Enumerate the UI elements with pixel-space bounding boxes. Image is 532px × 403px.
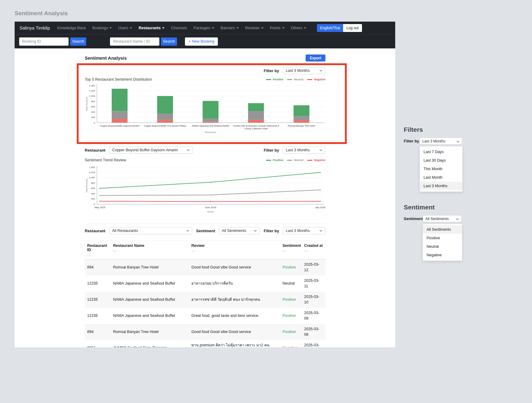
menu-option-last-month[interactable]: Last Month [420,173,462,182]
sentiment-distribution-chart: 02004006008001,0001,2001,400Total Review… [85,83,325,137]
svg-text:600: 600 [91,105,95,108]
filter-by-select-2[interactable]: Last 3 Months [283,146,325,154]
sort-icon[interactable]: ↑↓ [282,249,286,253]
chart1-legend: PositiveNeutralNegative [266,78,325,81]
menu-option-neutral[interactable]: Neutral [423,242,462,251]
chevron-down-icon [254,230,257,232]
nav-item-channels[interactable]: Channels [171,26,187,30]
filter-row-2: Restaurant Copper Beyond Buffet Gaysorn … [85,146,325,154]
menu-option-last-30-days[interactable]: Last 30 Days [420,156,462,165]
legend-swatch [307,79,312,80]
legend-swatch [287,160,292,161]
booking-search-button[interactable]: Search [70,37,86,46]
legend-label: Positive [273,159,283,162]
cell-sentiment: Negative [280,340,302,347]
svg-text:200: 200 [91,198,95,200]
sidebar-sentiment-select[interactable]: All Sentiments [423,215,462,222]
nav-item-knowledge-base[interactable]: Knowledge Base [57,26,86,30]
menu-option-last-3-months[interactable]: Last 3 Months [420,182,462,190]
svg-text:1,400: 1,400 [89,84,95,87]
sidebar-filter-by-select[interactable]: Last 3 Months [420,138,462,145]
svg-text:Restaurant: Restaurant [205,131,217,134]
filter-row-3: Restaurant All Restaurants Sentiment All… [85,227,325,234]
column-header-label: Sentiment [282,244,299,248]
menu-option-positive[interactable]: Positive [423,234,462,242]
legend-item-neutral: Neutral [287,78,303,81]
logout-button[interactable]: Log out [343,24,362,32]
cell-created-at: 2025-03-12 [302,259,325,276]
column-header-sentiment: Sentiment↑↓ [280,241,302,259]
filter-by-dropdown-menu: Last 7 DaysLast 30 DaysThis MonthLast Mo… [420,146,463,192]
table-row: 894Romsai Banyan Tree HotelGood food Goo… [85,324,325,340]
chevron-down-icon [304,27,306,29]
svg-text:800: 800 [91,100,95,103]
legend-label: Neutral [294,159,303,162]
sidebar-sentiment-value: All Sentiments [425,217,449,221]
legend-swatch [266,160,271,161]
restaurant-search-button[interactable]: Search [161,37,177,46]
nav-item-users[interactable]: Users [118,26,132,30]
menu-option-this-month[interactable]: This Month [420,165,462,173]
table-row: 12235NAMA Japanese and Seafood Buffetอาห… [85,292,325,308]
svg-text:600: 600 [91,187,95,190]
nav-links: Knowledge BaseBookingsUsersRestaurantsCh… [57,26,313,30]
chart2-title: Sentiment Trend Review [85,158,126,162]
chart1-header: Top 5 Restaurant Sentiment Distribution … [85,77,325,82]
brand-logo[interactable]: Salinya Timklip [20,25,50,30]
sort-icon[interactable]: ↑↓ [191,249,195,253]
restaurant-select[interactable]: Copper Beyond Buffet Gaysorn Amarin [109,146,193,154]
cell-sentiment: Positive [280,324,302,340]
filter-by-label: Filter by [264,229,279,233]
svg-text:Copper Beyond Buffet Gaysorn A: Copper Beyond Buffet Gaysorn Amarin [100,124,140,127]
chevron-down-icon [282,27,285,29]
booking-id-input[interactable] [19,37,69,46]
nav-item-reviews[interactable]: Reviews [245,26,264,30]
svg-text:Total Reviews: Total Reviews [85,97,88,111]
nav-item-others[interactable]: Others [291,26,307,30]
legend-label: Negative [314,159,325,162]
table-row: 9851JUMBO Seafood Siam Paragonทาน premiu… [85,340,325,347]
legend-swatch [266,79,271,80]
nav-item-packages[interactable]: Packages [193,26,214,30]
legend-item-positive: Positive [266,159,283,162]
svg-text:1,200: 1,200 [89,89,95,92]
table-header: Restaurant ID↑↓Restaurant Name↑↓Review↑↓… [85,241,325,259]
top-navbar: Salinya Timklip Knowledge BaseBookingsUs… [15,22,395,34]
all-restaurants-select[interactable]: All Restaurants [109,227,192,234]
new-booking-button[interactable]: + New Booking [185,37,218,46]
legend-item-negative: Negative [307,78,325,81]
language-toggle-button[interactable]: English/Thai [317,24,343,32]
legend-item-neutral: Neutral [287,159,303,162]
sort-icon[interactable]: ↑↓ [113,249,117,253]
menu-option-negative[interactable]: Negative [423,251,462,259]
sort-icon[interactable]: ↑↓ [87,254,91,257]
column-header-label: Created at [304,244,323,248]
nav-item-restaurants[interactable]: Restaurants [139,26,165,30]
svg-text:May 2025: May 2025 [94,206,105,209]
nav-item-banners[interactable]: Banners [221,26,239,30]
restaurant-search-input[interactable] [110,37,159,46]
all-restaurants-value: All Restaurants [112,229,138,233]
export-button[interactable]: Export [306,54,325,61]
nav-item-points[interactable]: Points [270,26,285,30]
filter-by-select[interactable]: Last 3 Months [283,67,325,74]
nav-right-buttons: English/Thai Log out [317,24,362,32]
menu-option-all-sentiments[interactable]: All Sentiments [423,225,462,234]
sort-icon[interactable]: ↑↓ [304,249,308,253]
sentiment-label: Sentiment [196,229,215,233]
filter-by-select-3[interactable]: Last 3 Months [283,227,325,234]
restaurant-label: Restaurant [85,148,105,152]
sentiment-select[interactable]: All Sentiments [219,227,260,234]
cell-sentiment: Neutral [280,275,302,292]
column-header-label: Review [191,244,278,248]
section-heading: Sentiment Analysis [85,55,127,61]
chevron-down-icon [456,217,459,221]
cell-review: อาหารรสชาติดี วัตถุดิบดี พนง น่ารักทุกคน [189,292,280,308]
cell-created-at: 2025-03-08 [302,324,325,340]
svg-text:1,000: 1,000 [89,176,95,179]
cell-created-at: 2025-03-10 [302,292,325,308]
chevron-down-icon [261,27,264,29]
nav-item-bookings[interactable]: Bookings [92,26,112,30]
menu-option-last-7-days[interactable]: Last 7 Days [420,148,462,156]
page-title: Sentiment Analysis [15,10,68,17]
